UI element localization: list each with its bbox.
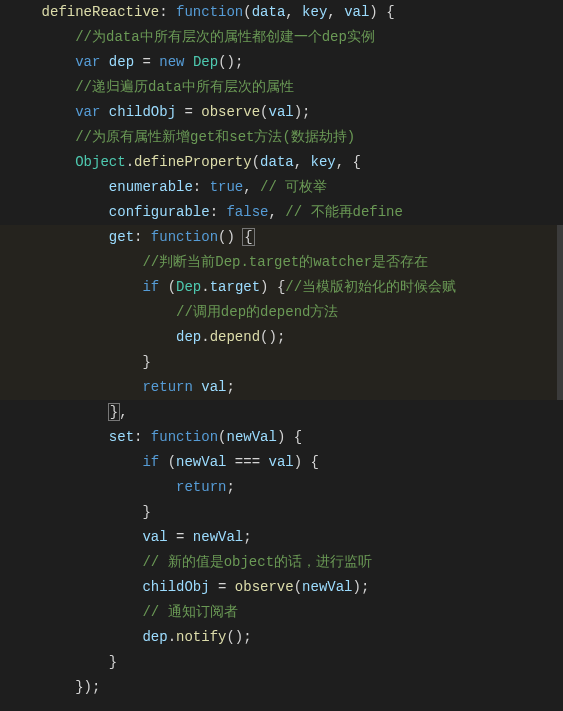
code-line: return val;	[8, 375, 563, 400]
comment: //为原有属性新增get和set方法(数据劫持)	[75, 129, 355, 145]
code-line: //为data中所有层次的属性都创建一个dep实例	[8, 25, 563, 50]
code-line: childObj = observe(newVal);	[8, 575, 563, 600]
code-line: return;	[8, 475, 563, 500]
comment: //递归遍历data中所有层次的属性	[75, 79, 293, 95]
code-line: },	[8, 400, 563, 425]
comment: // 不能再define	[285, 204, 403, 220]
code-content: defineReactive: function(data, key, val)…	[8, 0, 563, 700]
code-line: enumerable: true, // 可枚举	[8, 175, 563, 200]
code-line: defineReactive: function(data, key, val)…	[8, 0, 563, 25]
code-line: val = newVal;	[8, 525, 563, 550]
bracket-match: {	[242, 228, 254, 246]
code-line: Object.defineProperty(data, key, {	[8, 150, 563, 175]
code-editor[interactable]: defineReactive: function(data, key, val)…	[0, 0, 563, 700]
comment: //当模版初始化的时候会赋	[285, 279, 456, 295]
comment: //为data中所有层次的属性都创建一个dep实例	[75, 29, 375, 45]
code-line: }	[8, 350, 563, 375]
code-line: if (Dep.target) {//当模版初始化的时候会赋	[8, 275, 563, 300]
code-line: //调用dep的depend方法	[8, 300, 563, 325]
code-line: get: function() {	[8, 225, 563, 250]
code-line: //判断当前Dep.target的watcher是否存在	[8, 250, 563, 275]
code-line: set: function(newVal) {	[8, 425, 563, 450]
code-line: if (newVal === val) {	[8, 450, 563, 475]
comment: // 可枚举	[260, 179, 327, 195]
comment: //判断当前Dep.target的watcher是否存在	[142, 254, 428, 270]
code-line: }	[8, 500, 563, 525]
code-line: configurable: false, // 不能再define	[8, 200, 563, 225]
code-line: }	[8, 650, 563, 675]
code-line: var childObj = observe(val);	[8, 100, 563, 125]
code-line: // 新的值是object的话，进行监听	[8, 550, 563, 575]
code-line: // 通知订阅者	[8, 600, 563, 625]
method-name: defineReactive	[42, 4, 160, 20]
code-line: //递归遍历data中所有层次的属性	[8, 75, 563, 100]
code-line: dep.depend();	[8, 325, 563, 350]
code-line: });	[8, 675, 563, 700]
code-line: //为原有属性新增get和set方法(数据劫持)	[8, 125, 563, 150]
comment: // 通知订阅者	[142, 604, 237, 620]
code-line: dep.notify();	[8, 625, 563, 650]
comment: //调用dep的depend方法	[176, 304, 338, 320]
comment: // 新的值是object的话，进行监听	[142, 554, 372, 570]
code-line: var dep = new Dep();	[8, 50, 563, 75]
